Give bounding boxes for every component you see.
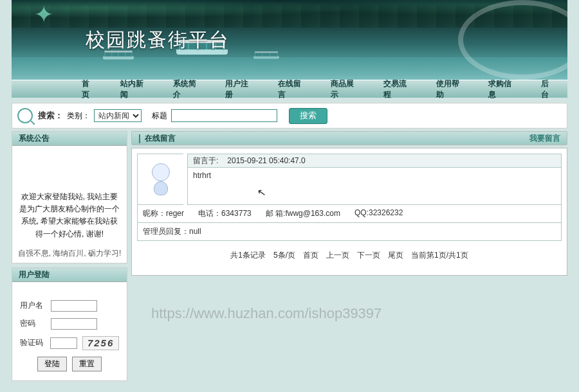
nav-register[interactable]: 用户注册 [213,78,266,100]
email-label: 邮 箱: [266,209,286,218]
nav-wanted[interactable]: 求购信息 [476,78,529,100]
nav-help[interactable]: 使用帮助 [424,78,477,100]
pagination: 共1条记录 5条/页 首页 上一页 下一页 尾页 当前第1页/共1页 [137,241,562,270]
message-list: 留言于: 2015-09-21 05:40:47.0 htrhrt 昵称：reg… [131,148,567,276]
nav-home[interactable]: 首页 [69,78,108,100]
search-label: 搜索： [38,110,63,121]
email-value: fwwg@163.com [285,209,340,218]
section-divider-icon: | [138,133,141,143]
search-bar: 搜索： 类别： 站内新闻 标题 搜索 [12,103,567,129]
nav-news[interactable]: 站内新闻 [108,78,161,100]
login-button[interactable]: 登陆 [37,357,67,371]
page-total: 共1条记录 [230,250,266,261]
captcha-label: 验证码 [20,337,45,348]
login-panel: 用户登陆 用户名 密码 验证码 7256 登陆 重置 [12,267,127,381]
nav-process[interactable]: 交易流程 [371,78,424,100]
banner-boat-deco [255,51,278,59]
page-first[interactable]: 首页 [303,250,318,261]
category-label: 类别： [67,111,90,121]
search-button[interactable]: 搜索 [289,108,327,124]
nickname-label: 昵称： [143,209,166,218]
announcement-body: 欢迎大家登陆我站, 我站主要是为广大朋友精心制作的一个系统, 希望大家能够在我站… [12,146,127,248]
username-label: 用户名 [20,300,46,311]
page-next[interactable]: 下一页 [357,250,380,261]
page-size: 5条/页 [273,250,295,261]
captcha-input[interactable] [50,337,77,349]
nickname-value: reger [166,209,184,218]
magnifier-icon [17,108,33,123]
password-label: 密码 [20,318,46,329]
qq-label: QQ: [354,208,369,217]
login-title: 用户登陆 [12,268,127,282]
nav-guestbook[interactable]: 在线留言 [266,78,318,100]
phone-value: 6343773 [221,209,252,218]
phone-label: 电话： [198,209,221,218]
announcement-panel: 系统公告 欢迎大家登陆我站, 我站主要是为广大朋友精心制作的一个系统, 希望大家… [12,131,127,263]
message-content: htrhrt [187,168,562,205]
message-date-label: 留言于: [193,156,218,166]
write-message-link[interactable]: 我要留言 [529,133,560,144]
page-current: 当前第1页/共1页 [411,250,468,261]
message-date: 2015-09-21 05:40:47.0 [227,156,305,165]
search-title-input[interactable] [171,109,277,122]
category-select[interactable]: 站内新闻 [94,109,142,122]
guestbook-title: 在线留言 [145,133,176,144]
page-last[interactable]: 尾页 [388,250,403,261]
announcement-title: 系统公告 [12,132,127,146]
captcha-image[interactable]: 7256 [82,336,119,350]
page-prev[interactable]: 上一页 [326,250,349,261]
guestbook-section-head: | 在线留言 我要留言 [131,131,567,145]
reply-label: 管理员回复： [143,227,189,236]
message-reply-row: 管理员回复：null [137,223,562,241]
username-input[interactable] [51,300,97,312]
nav-products[interactable]: 商品展示 [318,78,371,100]
header-banner: ✦ 校园跳蚤街平台 [12,0,567,80]
message-date-row: 留言于: 2015-09-21 05:40:47.0 [187,154,562,168]
nav-about[interactable]: 系统简介 [161,78,214,100]
main-nav: 首页 站内新闻 系统简介 用户注册 在线留言 商品展示 交易流程 使用帮助 求购… [12,80,567,98]
title-label: 标题 [152,111,167,121]
announcement-footer: 自强不息, 海纳百川, 砺力学习! [12,248,127,263]
message-avatar-cell [137,154,183,205]
site-title: 校园跳蚤街平台 [86,27,230,53]
reply-value: null [189,227,201,236]
reset-button[interactable]: 重置 [72,357,102,371]
qq-value: 32326232 [369,208,403,217]
avatar-icon [149,163,173,195]
banner-sparkle-icon: ✦ [34,1,86,27]
nav-admin[interactable]: 后台 [529,78,567,100]
message-info-row: 昵称：reger 电话：6343773 邮 箱:fwwg@163.com QQ:… [137,205,562,223]
password-input[interactable] [51,318,97,330]
